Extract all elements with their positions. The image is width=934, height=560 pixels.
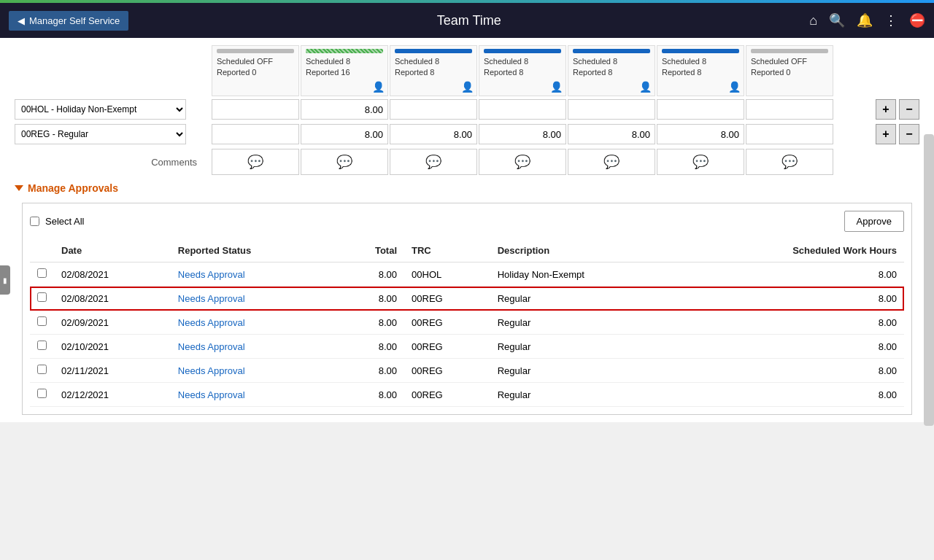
row-description: Regular xyxy=(490,383,681,407)
row-date: 02/12/2021 xyxy=(54,383,171,407)
row-checkbox-r1[interactable] xyxy=(37,268,47,278)
row-total: 8.00 xyxy=(336,311,404,335)
row-date: 02/11/2021 xyxy=(54,359,171,383)
back-button[interactable]: ◀ Manager Self Service xyxy=(9,11,128,31)
needs-approval-link[interactable]: Needs Approval xyxy=(178,293,245,304)
row-trc: 00REG xyxy=(404,383,490,407)
day-columns: Scheduled OFFReported 0Scheduled 8Report… xyxy=(212,45,919,96)
row-description: Regular xyxy=(490,359,681,383)
needs-approval-link[interactable]: Needs Approval xyxy=(178,269,245,280)
row-checkbox-r4[interactable] xyxy=(37,341,47,350)
comments-inputs: 💬💬💬💬💬💬💬 xyxy=(212,149,833,175)
person-icon: 👤 xyxy=(550,81,563,93)
comment-btn-1[interactable]: 💬 xyxy=(301,149,388,175)
header-icons: ⌂ 🔍 🔔 ⋮ ⛔ xyxy=(809,12,925,28)
row2-inputs-input-3[interactable] xyxy=(479,124,566,144)
page-title: Team Time xyxy=(128,13,809,28)
comment-btn-4[interactable]: 💬 xyxy=(568,149,655,175)
row2-inputs-input-5[interactable] xyxy=(657,124,744,144)
select-all-area: Select All xyxy=(30,216,84,227)
comment-btn-0[interactable]: 💬 xyxy=(212,149,299,175)
comments-row: Comments 💬💬💬💬💬💬💬 xyxy=(15,149,919,175)
day-col-col7: Scheduled OFFReported 0 xyxy=(746,45,833,96)
needs-approval-link[interactable]: Needs Approval xyxy=(178,365,245,376)
row1-inputs-input-6[interactable] xyxy=(746,99,833,120)
needs-approval-link[interactable]: Needs Approval xyxy=(178,389,245,400)
person-icon: 👤 xyxy=(461,81,474,93)
person-icon: 👤 xyxy=(728,81,741,93)
row1-remove-button[interactable]: − xyxy=(899,99,919,120)
row1-label-area: 00HOL - Holiday Non-Exempt 00REG - Regul… xyxy=(15,99,212,120)
row-total: 8.00 xyxy=(336,335,404,359)
needs-approval-link[interactable]: Needs Approval xyxy=(178,341,245,352)
manage-approvals-header[interactable]: Manage Approvals xyxy=(15,182,919,194)
row2-inputs-input-0[interactable] xyxy=(212,124,299,144)
header-checkbox-col xyxy=(30,239,54,262)
row2-actions: + − xyxy=(876,124,919,144)
row1-inputs-input-1[interactable] xyxy=(301,99,388,120)
comment-btn-6[interactable]: 💬 xyxy=(746,149,833,175)
main-content: Scheduled OFFReported 0Scheduled 8Report… xyxy=(0,38,934,422)
row2-inputs-input-2[interactable] xyxy=(390,124,477,144)
row2-inputs-input-6[interactable] xyxy=(746,124,833,144)
day-col-col1: Scheduled OFFReported 0 xyxy=(212,45,299,96)
row2-inputs xyxy=(212,124,871,144)
row1-inputs-input-5[interactable] xyxy=(657,99,744,120)
day-col-col3: Scheduled 8Reported 8👤 xyxy=(390,45,477,96)
row-checkbox-r3[interactable] xyxy=(37,316,47,326)
select-all-checkbox[interactable] xyxy=(30,217,39,226)
approvals-toolbar: Select All Approve xyxy=(30,211,904,232)
row-total: 8.00 xyxy=(336,359,404,383)
table-row: 02/08/2021Needs Approval8.0000HOLHoliday… xyxy=(30,262,904,287)
row2-remove-button[interactable]: − xyxy=(899,124,919,144)
row1-inputs xyxy=(212,99,871,120)
comment-btn-3[interactable]: 💬 xyxy=(479,149,566,175)
scrollbar[interactable] xyxy=(924,134,934,422)
row2-add-button[interactable]: + xyxy=(876,124,896,144)
table-row: 02/12/2021Needs Approval8.0000REGRegular… xyxy=(30,383,904,407)
row1-add-button[interactable]: + xyxy=(876,99,896,120)
row1-select[interactable]: 00HOL - Holiday Non-Exempt 00REG - Regul… xyxy=(15,99,186,120)
row-hours: 8.00 xyxy=(681,359,904,383)
person-icon: 👤 xyxy=(639,81,652,93)
header-reported-status: Reported Status xyxy=(171,239,336,262)
bell-icon[interactable]: 🔔 xyxy=(857,12,873,28)
row1-inputs-input-2[interactable] xyxy=(390,99,477,120)
header-trc: TRC xyxy=(404,239,490,262)
row-trc: 00HOL xyxy=(404,262,490,287)
row-date: 02/10/2021 xyxy=(54,335,171,359)
day-col-col2: Scheduled 8Reported 16👤 xyxy=(301,45,388,96)
header-description: Description xyxy=(490,239,681,262)
person-icon: 👤 xyxy=(372,81,385,93)
row2-select[interactable]: 00REG - Regular 00HOL - Holiday Non-Exem… xyxy=(15,124,186,144)
row2-inputs-input-4[interactable] xyxy=(568,124,655,144)
approve-button[interactable]: Approve xyxy=(844,211,904,232)
row1-inputs-input-4[interactable] xyxy=(568,99,655,120)
sidebar-toggle[interactable]: ▮ xyxy=(0,265,10,295)
row1-inputs-input-0[interactable] xyxy=(212,99,299,120)
manage-approvals-title: Manage Approvals xyxy=(28,182,118,194)
day-col-col4: Scheduled 8Reported 8👤 xyxy=(479,45,566,96)
table-row: 02/09/2021Needs Approval8.0000REGRegular… xyxy=(30,311,904,335)
row-description: Holiday Non-Exempt xyxy=(490,262,681,287)
select-all-label: Select All xyxy=(45,216,84,227)
header-total: Total xyxy=(336,239,404,262)
comment-btn-2[interactable]: 💬 xyxy=(390,149,477,175)
row1-inputs-input-3[interactable] xyxy=(479,99,566,120)
collapse-icon xyxy=(15,185,23,191)
row-description: Regular xyxy=(490,311,681,335)
row-trc: 00REG xyxy=(404,311,490,335)
row-total: 8.00 xyxy=(336,262,404,287)
search-icon[interactable]: 🔍 xyxy=(829,12,845,28)
row-checkbox-r2[interactable] xyxy=(37,292,47,302)
row-checkbox-r5[interactable] xyxy=(37,365,47,374)
row-checkbox-r6[interactable] xyxy=(37,389,47,398)
block-icon[interactable]: ⛔ xyxy=(909,12,925,28)
home-icon[interactable]: ⌂ xyxy=(809,13,817,28)
comment-btn-5[interactable]: 💬 xyxy=(657,149,744,175)
row2-inputs-input-1[interactable] xyxy=(301,124,388,144)
day-col-col5: Scheduled 8Reported 8👤 xyxy=(568,45,655,96)
table-row: 02/10/2021Needs Approval8.0000REGRegular… xyxy=(30,335,904,359)
needs-approval-link[interactable]: Needs Approval xyxy=(178,317,245,328)
more-icon[interactable]: ⋮ xyxy=(884,12,898,28)
